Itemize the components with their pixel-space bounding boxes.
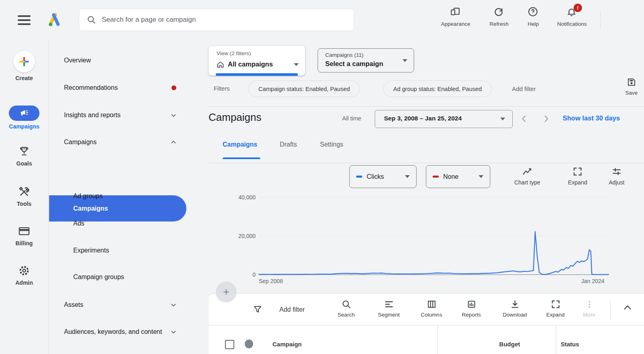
campaign-selector[interactable]: Campaigns (11) Select a campaign bbox=[318, 48, 414, 72]
subnav-item-ads[interactable]: Ads bbox=[73, 218, 174, 229]
subnav-item-insights-and-reports[interactable]: Insights and reports bbox=[64, 110, 165, 120]
collapse-chart-icon[interactable] bbox=[622, 302, 633, 313]
megaphone-icon bbox=[9, 106, 39, 121]
table-add-filter-button[interactable]: Add filter bbox=[279, 306, 305, 313]
columns-icon bbox=[412, 299, 451, 309]
filters-label: Filters bbox=[214, 85, 229, 92]
subnav-item-assets[interactable]: Assets bbox=[64, 299, 165, 310]
notifications-icon: ! bbox=[566, 6, 578, 18]
dropdown-caret-icon bbox=[500, 118, 505, 120]
search-icon bbox=[327, 299, 365, 309]
secondary-metric-color-dash bbox=[433, 176, 439, 178]
help-button[interactable]: Help bbox=[513, 6, 553, 27]
main-menu-icon[interactable] bbox=[18, 15, 31, 25]
appearance-icon bbox=[450, 6, 461, 18]
y-axis-tick-40000: 40,000 bbox=[225, 194, 256, 201]
table-header-row: Campaign Budget Status bbox=[208, 325, 644, 354]
table-search-button[interactable]: Search bbox=[327, 299, 365, 318]
column-header-campaign[interactable]: Campaign bbox=[272, 341, 302, 348]
rail-item-goals[interactable]: Goals bbox=[0, 145, 48, 167]
tools-icon bbox=[0, 185, 48, 198]
chart-adjust-button[interactable]: Adjust bbox=[594, 166, 639, 186]
subnav-item-overview[interactable]: Overview bbox=[64, 55, 165, 66]
create-button[interactable]: Create bbox=[0, 51, 48, 81]
funnel-icon[interactable] bbox=[253, 304, 262, 314]
chevron-down-icon[interactable] bbox=[170, 329, 177, 335]
zoom-add-fab[interactable]: + bbox=[216, 282, 237, 302]
more-icon bbox=[570, 299, 609, 309]
help-icon bbox=[528, 6, 539, 18]
rail-item-admin[interactable]: Admin bbox=[0, 264, 48, 286]
primary-metric-color-dash bbox=[356, 176, 362, 178]
column-divider[interactable] bbox=[556, 325, 556, 354]
toolbar-divider bbox=[610, 301, 611, 320]
y-axis-tick-0: 0 bbox=[225, 271, 256, 278]
chart-type-button[interactable]: Chart type bbox=[505, 166, 549, 186]
column-divider[interactable] bbox=[438, 325, 438, 354]
view-selector-active-bar bbox=[216, 73, 298, 76]
dropdown-caret-icon bbox=[479, 175, 483, 178]
expand-icon bbox=[536, 299, 575, 309]
save-icon bbox=[619, 77, 644, 87]
subnav-item-experiments[interactable]: Experiments bbox=[73, 245, 174, 256]
x-axis-end-label: Jan 2024 bbox=[581, 278, 605, 284]
rail-item-billing[interactable]: Billing bbox=[0, 225, 48, 246]
table-reports-button[interactable]: Reports bbox=[452, 299, 491, 318]
dropdown-caret-icon bbox=[402, 59, 407, 62]
tab-drafts[interactable]: Drafts bbox=[280, 141, 297, 148]
campaigns-table-card: Add filter Search Segment bbox=[208, 294, 644, 354]
status-dot-icon[interactable] bbox=[245, 340, 253, 348]
previous-period-icon[interactable] bbox=[519, 114, 529, 124]
credit-card-icon bbox=[0, 225, 48, 238]
column-header-budget[interactable]: Budget bbox=[466, 341, 520, 348]
search-icon bbox=[87, 15, 96, 25]
google-ads-logo bbox=[47, 12, 62, 27]
global-search-input[interactable]: Search for a page or campaign bbox=[79, 8, 354, 31]
filter-chip-ad-group-status[interactable]: Ad group status: Enabled, Paused bbox=[383, 81, 492, 97]
chevron-down-icon[interactable] bbox=[170, 112, 177, 118]
chevron-down-icon[interactable] bbox=[170, 302, 177, 308]
dropdown-caret-icon bbox=[294, 63, 299, 66]
table-columns-button[interactable]: Columns bbox=[412, 299, 451, 318]
view-selector[interactable]: View (2 filters) All campaigns bbox=[208, 46, 305, 76]
secondary-metric-selector[interactable]: None bbox=[426, 165, 490, 188]
show-last-30-days-link[interactable]: Show last 30 days bbox=[563, 114, 620, 122]
appearance-button[interactable]: Appearance bbox=[436, 6, 476, 27]
primary-metric-selector[interactable]: Clicks bbox=[349, 165, 417, 188]
select-all-checkbox[interactable] bbox=[225, 340, 234, 349]
next-period-icon[interactable] bbox=[541, 114, 551, 124]
subnav-item-ad-groups[interactable]: Ad groups bbox=[73, 190, 174, 201]
add-filter-link[interactable]: Add filter bbox=[512, 85, 536, 92]
tab-campaigns[interactable]: Campaigns bbox=[223, 141, 257, 148]
filter-chip-campaign-status[interactable]: Campaign status: Enabled, Paused bbox=[248, 81, 360, 97]
chevron-up-icon[interactable] bbox=[170, 139, 177, 145]
x-axis-start-label: Sep 2008 bbox=[259, 278, 283, 284]
campaigns-subnav: Overview Recommendations Insights and re… bbox=[48, 40, 201, 354]
chart-expand-button[interactable]: Expand bbox=[555, 166, 600, 186]
date-range-selector[interactable]: Sep 3, 2008 – Jan 25, 2024 bbox=[375, 110, 513, 128]
google-ads-app: Search for a page or campaign Appearance… bbox=[0, 0, 644, 354]
table-expand-button[interactable]: Expand bbox=[536, 299, 575, 318]
table-more-button[interactable]: More bbox=[570, 299, 609, 318]
clicks-timeseries-chart[interactable] bbox=[256, 189, 611, 276]
home-icon bbox=[216, 60, 225, 69]
search-placeholder: Search for a page or campaign bbox=[102, 16, 196, 24]
subnav-item-recommendations[interactable]: Recommendations bbox=[64, 82, 165, 93]
recommendations-alert-dot bbox=[171, 85, 176, 90]
notifications-button[interactable]: ! Notifications bbox=[552, 6, 592, 27]
save-button[interactable]: Save bbox=[619, 77, 644, 96]
page-title: Campaigns bbox=[208, 111, 262, 124]
table-toolbar: Add filter Search Segment bbox=[208, 294, 644, 325]
active-tab-underline bbox=[223, 157, 260, 159]
expand-icon bbox=[555, 166, 600, 177]
subnav-item-audiences-keywords-content[interactable]: Audiences, keywords, and content bbox=[64, 326, 165, 337]
subnav-item-campaign-groups[interactable]: Campaign groups bbox=[73, 271, 174, 282]
rail-item-campaigns[interactable]: Campaigns bbox=[0, 106, 48, 130]
column-header-status[interactable]: Status bbox=[561, 341, 579, 348]
table-segment-button[interactable]: Segment bbox=[369, 299, 408, 318]
rail-item-tools[interactable]: Tools bbox=[0, 185, 48, 207]
tab-settings[interactable]: Settings bbox=[320, 141, 343, 148]
subnav-item-campaigns-group[interactable]: Campaigns bbox=[64, 137, 165, 147]
table-download-button[interactable]: Download bbox=[495, 299, 534, 318]
date-range-value: Sep 3, 2008 – Jan 25, 2024 bbox=[384, 115, 462, 122]
